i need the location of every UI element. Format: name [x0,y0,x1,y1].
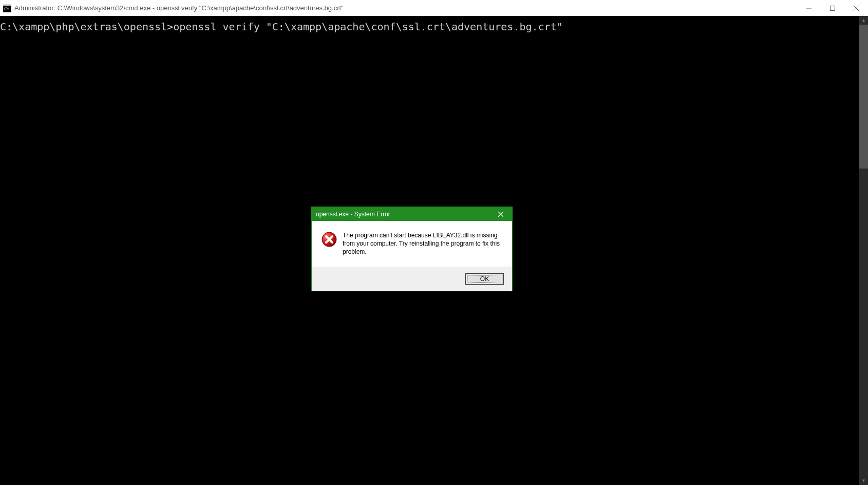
scrollbar-thumb[interactable] [859,25,868,169]
cmd-titlebar: C:\ Administrator: C:\Windows\system32\c… [0,0,868,16]
vertical-scrollbar[interactable]: ▲ ▼ [859,16,868,485]
dialog-body: The program can't start because LIBEAY32… [312,221,512,267]
dialog-footer: OK [312,267,512,291]
terminal-area: C:\xampp\php\extras\openssl>openssl veri… [0,16,868,485]
error-dialog: openssl.exe - System Error [311,207,513,291]
dialog-titlebar[interactable]: openssl.exe - System Error [312,207,512,221]
maximize-button[interactable] [821,0,844,16]
dialog-title: openssl.exe - System Error [316,211,489,218]
error-icon [321,231,337,248]
terminal-line: C:\xampp\php\extras\openssl>openssl veri… [0,21,563,33]
close-button[interactable] [844,0,868,16]
minimize-button[interactable] [797,0,821,16]
cmd-icon: C:\ [3,4,11,12]
svg-text:C:\: C:\ [4,7,10,11]
ok-button-label: OK [480,275,489,283]
svg-rect-1 [3,4,11,6]
ok-button[interactable]: OK [465,273,504,285]
dialog-message: The program can't start because LIBEAY32… [343,231,503,256]
scroll-up-arrow-icon[interactable]: ▲ [859,16,868,25]
window-controls [797,0,868,16]
svg-rect-4 [831,6,835,10]
dialog-close-button[interactable] [489,207,512,221]
window-title: Administrator: C:\Windows\system32\cmd.e… [14,4,344,12]
scroll-down-arrow-icon[interactable]: ▼ [859,476,868,485]
